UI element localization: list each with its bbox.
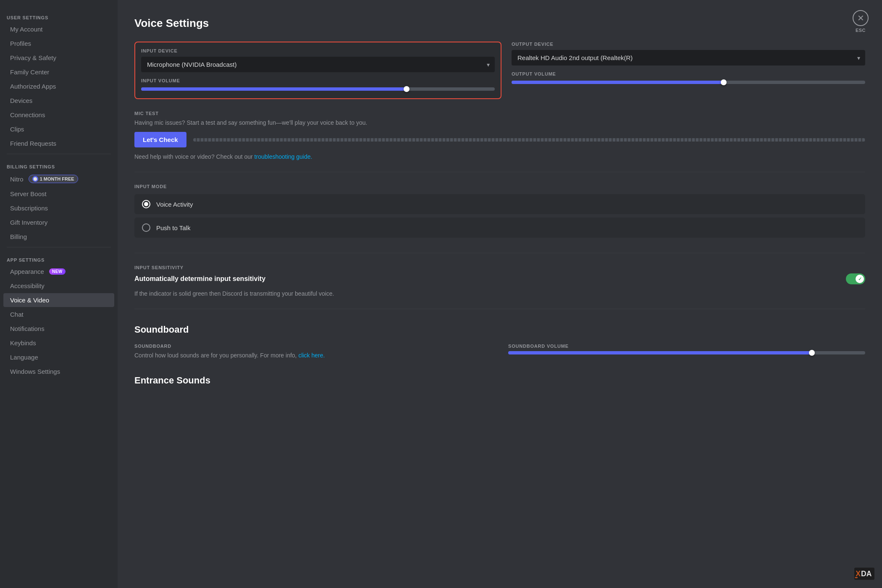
mic-test-row: Let's Check — [134, 132, 865, 147]
svg-text:X: X — [856, 570, 861, 578]
sidebar-item-label: Connections — [10, 111, 45, 118]
soundboard-description: Control how loud sounds are for you pers… — [134, 351, 491, 360]
input-mode-label: INPUT MODE — [134, 184, 865, 189]
sidebar-item-accessibility[interactable]: Accessibility — [3, 279, 114, 293]
soundboard-row: SOUNDBOARD Control how loud sounds are f… — [134, 344, 865, 360]
sidebar-item-authorized-apps[interactable]: Authorized Apps — [3, 79, 114, 93]
output-device-select[interactable]: Realtek HD Audio 2nd output (Realtek(R) … — [512, 50, 865, 66]
sidebar-item-label: Chat — [10, 311, 24, 318]
soundboard-left: SOUNDBOARD Control how loud sounds are f… — [134, 344, 491, 360]
input-sensitivity-toggle[interactable]: ✓ — [846, 273, 865, 284]
voice-activity-option[interactable]: Voice Activity — [134, 194, 865, 214]
output-device-label: OUTPUT DEVICE — [512, 42, 865, 47]
entrance-sounds-title: Entrance Sounds — [134, 375, 865, 386]
soundboard-link[interactable]: click here. — [298, 352, 325, 359]
output-device-box: OUTPUT DEVICE Realtek HD Audio 2nd outpu… — [512, 42, 865, 99]
sidebar-item-appearance[interactable]: Appearance NEW — [3, 265, 114, 278]
sidebar-item-server-boost[interactable]: Server Boost — [3, 187, 114, 201]
input-sensitivity-label: INPUT SENSITIVITY — [134, 265, 865, 270]
soundboard-label: SOUNDBOARD — [134, 344, 491, 349]
push-to-talk-label: Push to Talk — [156, 224, 190, 231]
sidebar-item-clips[interactable]: Clips — [3, 122, 114, 136]
xda-logo-icon: X DA — [854, 567, 874, 580]
input-volume-slider[interactable] — [141, 87, 495, 91]
sidebar-item-label: Keybinds — [10, 339, 36, 346]
voice-activity-radio — [142, 200, 150, 208]
voice-activity-label: Voice Activity — [156, 201, 193, 208]
push-to-talk-radio — [142, 223, 150, 232]
push-to-talk-option[interactable]: Push to Talk — [134, 218, 865, 238]
soundboard-title: Soundboard — [134, 324, 865, 335]
sidebar-item-label: Devices — [10, 97, 32, 104]
sidebar-item-devices[interactable]: Devices — [3, 94, 114, 108]
input-device-box: INPUT DEVICE Microphone (NVIDIA Broadcas… — [134, 42, 501, 99]
sensitivity-header: Automatically determine input sensitivit… — [134, 273, 865, 284]
toggle-thumb: ✓ — [856, 275, 864, 283]
input-volume-label: INPUT VOLUME — [141, 78, 495, 83]
sidebar-item-connections[interactable]: Connections — [3, 108, 114, 122]
sidebar-item-my-account[interactable]: My Account — [3, 22, 114, 36]
input-mode-section: INPUT MODE Voice Activity Push to Talk — [134, 184, 865, 253]
radio-inner-dot — [144, 202, 148, 206]
sidebar-item-label: Friend Requests — [10, 140, 56, 147]
svg-rect-3 — [855, 577, 858, 578]
troubleshooting-guide-link[interactable]: troubleshooting guide. — [255, 153, 312, 160]
svg-text:DA: DA — [861, 570, 872, 578]
page-title: Voice Settings — [134, 17, 865, 30]
sidebar-item-gift-inventory[interactable]: Gift Inventory — [3, 215, 114, 229]
sidebar-item-label: My Account — [10, 26, 43, 33]
sidebar-item-billing[interactable]: Billing — [3, 230, 114, 244]
input-device-select[interactable]: Microphone (NVIDIA Broadcast) Default He… — [141, 57, 495, 72]
esc-circle-icon: ✕ — [853, 10, 869, 26]
sidebar-item-family-center[interactable]: Family Center — [3, 65, 114, 79]
input-device-select-wrapper: Microphone (NVIDIA Broadcast) Default He… — [141, 57, 495, 72]
sidebar-item-voice-video[interactable]: Voice & Video — [3, 293, 114, 307]
soundboard-right: SOUNDBOARD VOLUME — [508, 344, 865, 354]
sidebar-divider-2 — [7, 247, 111, 247]
sidebar-item-label: Family Center — [10, 68, 49, 76]
output-volume-section: OUTPUT VOLUME — [512, 71, 865, 84]
input-sensitivity-section: INPUT SENSITIVITY Automatically determin… — [134, 265, 865, 309]
mic-test-label: MIC TEST — [134, 111, 865, 116]
mic-test-description: Having mic issues? Start a test and say … — [134, 119, 865, 126]
sidebar-item-label: Clips — [10, 126, 24, 133]
sidebar-item-notifications[interactable]: Notifications — [3, 322, 114, 336]
lets-check-button[interactable]: Let's Check — [134, 132, 186, 147]
sidebar-item-label: Notifications — [10, 325, 45, 332]
sidebar-item-windows-settings[interactable]: Windows Settings — [3, 365, 114, 378]
sidebar-divider-1 — [7, 154, 111, 154]
esc-label: ESC — [856, 28, 866, 33]
check-icon: ✓ — [858, 276, 862, 282]
sidebar-item-subscriptions[interactable]: Subscriptions — [3, 201, 114, 215]
esc-button[interactable]: ✕ ESC — [853, 10, 869, 33]
soundboard-section: Soundboard SOUNDBOARD Control how loud s… — [134, 324, 865, 360]
sensitivity-description: If the indicator is solid green then Dis… — [134, 290, 865, 297]
sidebar-item-profiles[interactable]: Profiles — [3, 37, 114, 50]
sidebar-item-chat[interactable]: Chat — [3, 307, 114, 321]
soundboard-volume-slider[interactable] — [508, 351, 865, 354]
sidebar-item-label: Accessibility — [10, 282, 45, 289]
input-device-label: INPUT DEVICE — [141, 48, 495, 53]
sidebar-item-label: Appearance — [10, 268, 44, 275]
sidebar-section-app-settings: APP SETTINGS — [0, 251, 118, 264]
sidebar-section-billing-settings: BILLING SETTINGS — [0, 158, 118, 171]
input-volume-section: INPUT VOLUME — [141, 78, 495, 91]
sidebar-item-privacy-safety[interactable]: Privacy & Safety — [3, 51, 114, 65]
sidebar-item-friend-requests[interactable]: Friend Requests — [3, 136, 114, 150]
sidebar-item-language[interactable]: Language — [3, 350, 114, 364]
new-badge: NEW — [49, 268, 66, 275]
sidebar: USER SETTINGS My Account Profiles Privac… — [0, 0, 118, 588]
sidebar-item-keybinds[interactable]: Keybinds — [3, 336, 114, 350]
nitro-icon: ⚪ — [32, 176, 38, 182]
output-volume-slider[interactable] — [512, 81, 865, 84]
sidebar-item-label: Billing — [10, 233, 27, 240]
sidebar-section-user-settings: USER SETTINGS — [0, 8, 118, 22]
mic-meter — [193, 138, 865, 142]
sidebar-item-label: Authorized Apps — [10, 83, 56, 90]
sidebar-item-label: Privacy & Safety — [10, 54, 56, 61]
sidebar-item-nitro[interactable]: Nitro ⚪ 1 MONTH FREE — [3, 171, 114, 186]
nitro-badge: ⚪ 1 MONTH FREE — [29, 175, 78, 183]
main-content: ✕ ESC Voice Settings INPUT DEVICE Microp… — [118, 0, 882, 588]
output-device-select-wrapper: Realtek HD Audio 2nd output (Realtek(R) … — [512, 50, 865, 66]
sidebar-item-label: Voice & Video — [10, 297, 49, 304]
